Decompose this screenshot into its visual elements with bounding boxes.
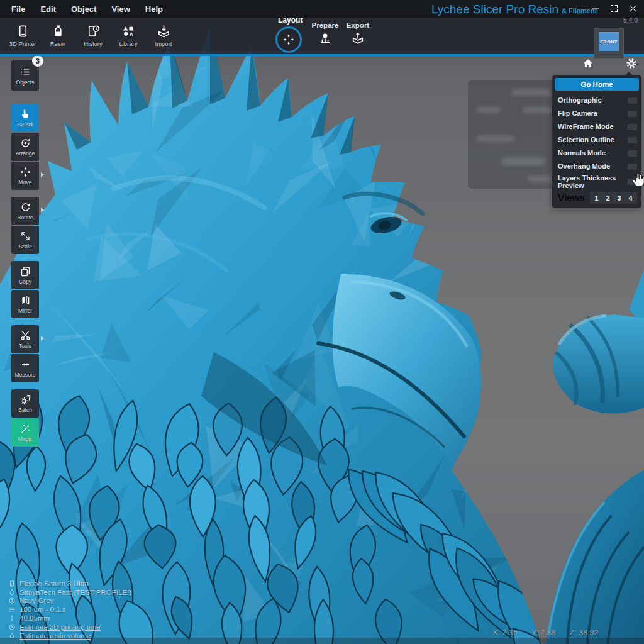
menu-view[interactable]: View xyxy=(111,4,130,14)
go-home-button[interactable]: Go Home xyxy=(555,78,639,91)
view-preset-4[interactable]: 4 xyxy=(626,193,635,203)
history-icon xyxy=(86,24,101,38)
view-preset-2[interactable]: 2 xyxy=(603,193,613,203)
option-label: WireFrame Mode xyxy=(558,123,614,131)
printer-icon xyxy=(16,24,30,38)
camera-option-orthographic[interactable]: Orthographic xyxy=(555,94,639,107)
accent-divider xyxy=(0,54,644,56)
toolbar-history-button[interactable]: History xyxy=(75,18,111,53)
sidebar-item-objects[interactable]: 3 Objects xyxy=(11,60,39,91)
camera-option-normals-mode[interactable]: Normals Mode xyxy=(555,147,639,160)
scale-icon xyxy=(19,230,31,242)
app-version: 5.4.0 xyxy=(623,16,638,24)
cursor-coordinates: X: 2.35 Y: 2.88 Z: 38.92 xyxy=(492,628,598,637)
scissors-icon xyxy=(19,330,31,341)
move-cross-icon xyxy=(282,33,295,46)
color-icon xyxy=(8,597,16,604)
toggle-switch[interactable] xyxy=(628,137,637,143)
clock-icon xyxy=(8,623,16,631)
library-icon: A xyxy=(121,24,136,38)
sidebar-item-mirror[interactable]: Mirror xyxy=(11,290,39,318)
status-text: 100 um - 0.1 s xyxy=(19,606,66,613)
resin-drop-icon xyxy=(8,589,16,596)
camera-option-layers-thickness-preview[interactable]: Layers Thickness Preview xyxy=(555,173,639,191)
copy-icon xyxy=(19,265,31,277)
camera-option-flip-camera[interactable]: Flip Camera xyxy=(555,107,639,120)
option-label: Orthographic xyxy=(558,96,602,104)
gear-icon[interactable] xyxy=(625,57,638,70)
view-preset-1[interactable]: 1 xyxy=(592,193,601,203)
print-status-panel: Elegoo Saturn 3 Ultra SirayaTech Fast (T… xyxy=(8,579,131,640)
sidebar-item-copy[interactable]: Copy xyxy=(11,261,39,289)
status-layer-height: 100 um - 0.1 s xyxy=(8,605,131,614)
tab-export-label: Export xyxy=(347,21,369,29)
camera-option-wireframe-mode[interactable]: WireFrame Mode xyxy=(555,120,639,133)
mirror-icon xyxy=(19,294,31,306)
minimize-icon[interactable] xyxy=(591,4,600,13)
estimate-resin-volume-link[interactable]: Estimate resin volume xyxy=(8,631,131,640)
status-resin: SirayaTech Fast (TEST PROFILE!) xyxy=(8,588,131,597)
tab-prepare[interactable]: Prepare xyxy=(311,21,340,45)
toggle-switch[interactable] xyxy=(628,164,637,170)
window-controls xyxy=(591,4,638,13)
tab-layout[interactable] xyxy=(275,26,302,53)
menu-file[interactable]: File xyxy=(11,4,25,14)
sidebar-item-label: Mirror xyxy=(18,308,32,314)
sidebar-item-measure[interactable]: Measure xyxy=(11,354,39,382)
close-icon[interactable] xyxy=(628,4,638,13)
sidebar-item-magic[interactable]: Magic xyxy=(11,418,39,447)
sidebar-item-label: Scale xyxy=(18,243,31,250)
sidebar-item-batch[interactable]: Batch xyxy=(11,389,39,418)
layer-height-icon xyxy=(8,606,16,613)
toolbar-import-button[interactable]: Import xyxy=(146,18,181,53)
camera-option-selection-outline[interactable]: Selection Outline xyxy=(555,133,639,147)
objects-count-badge: 3 xyxy=(32,55,43,67)
view-cube[interactable]: FRONT xyxy=(594,28,624,59)
sidebar-item-scale[interactable]: Scale xyxy=(11,226,39,254)
arrange-icon xyxy=(19,137,31,149)
option-label: Selection Outline xyxy=(558,136,614,144)
toggle-switch[interactable] xyxy=(628,124,637,130)
option-label: Layers Thickness Preview xyxy=(558,174,621,190)
measure-arrows-icon xyxy=(19,358,31,370)
toggle-switch[interactable] xyxy=(628,150,637,157)
sidebar-item-select[interactable]: Select xyxy=(11,104,39,132)
toggle-switch[interactable] xyxy=(628,97,637,104)
objects-list-icon xyxy=(19,66,31,78)
view-cube-front-face[interactable]: FRONT xyxy=(599,32,619,51)
volume-drop-icon xyxy=(8,632,16,640)
status-link-text: Estimate resin volume xyxy=(19,632,91,640)
sidebar-item-label: Objects xyxy=(16,79,35,86)
toolbar-label: Resin xyxy=(50,40,65,47)
camera-option-overhang-mode[interactable]: Overhang Mode xyxy=(555,160,639,173)
toolbar-label: History xyxy=(84,40,103,47)
sidebar-item-move[interactable]: Move xyxy=(11,162,39,190)
sidebar-item-label: Batch xyxy=(18,407,32,413)
toolbar-label: Import xyxy=(155,40,172,47)
toolbar-label: 3D Printer xyxy=(9,40,36,47)
tab-prepare-label: Prepare xyxy=(312,21,339,29)
toolbar-3d-printer-button[interactable]: 3D Printer xyxy=(5,18,40,53)
maximize-icon[interactable] xyxy=(609,4,619,13)
tab-export[interactable]: Export xyxy=(345,21,371,45)
toolbar-library-button[interactable]: A Library xyxy=(111,18,146,53)
option-label: Normals Mode xyxy=(558,149,606,157)
view-preset-3[interactable]: 3 xyxy=(614,193,624,203)
menu-help[interactable]: Help xyxy=(145,4,163,14)
menu-object[interactable]: Object xyxy=(71,4,96,14)
menu-edit[interactable]: Edit xyxy=(40,4,56,14)
sidebar-item-label: Arrange xyxy=(16,150,35,157)
estimate-print-time-link[interactable]: Estimate 3D printing time xyxy=(8,623,131,631)
toolbar-resin-button[interactable]: Resin xyxy=(40,18,75,53)
batch-icon xyxy=(19,394,31,406)
home-icon[interactable] xyxy=(582,57,594,70)
sidebar-item-rotate[interactable]: Rotate xyxy=(11,197,39,225)
status-text: Navy Grey xyxy=(19,597,53,604)
chevron-right-icon xyxy=(41,172,44,177)
sidebar-item-label: Measure xyxy=(14,372,35,378)
sidebar-item-arrange[interactable]: Arrange xyxy=(11,133,39,161)
sidebar-item-tools[interactable]: Tools xyxy=(11,325,39,353)
status-text: SirayaTech Fast (TEST PROFILE!) xyxy=(19,589,131,596)
select-hand-icon xyxy=(19,108,31,120)
toggle-switch[interactable] xyxy=(628,111,637,117)
